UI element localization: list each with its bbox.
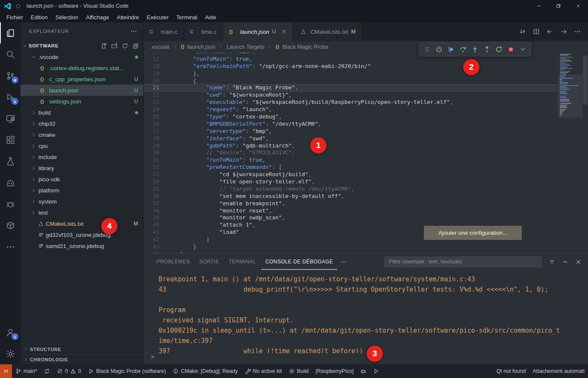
activity-additional-views[interactable] (0, 236, 21, 257)
tree-item-vscode[interactable]: .vscode (21, 51, 143, 62)
activity-testing[interactable] (0, 151, 21, 172)
activity-manage[interactable] (0, 343, 21, 364)
close-icon[interactable] (573, 257, 583, 266)
changes-icon[interactable] (517, 26, 528, 37)
debug-power-button[interactable] (433, 44, 445, 55)
debug-step-out-button[interactable] (481, 44, 493, 55)
tree-item-cmake[interactable]: cmake (21, 129, 143, 140)
debug-step-over-button[interactable] (457, 44, 469, 55)
activity-packages[interactable] (0, 215, 21, 236)
cmake-kit[interactable]: No active kit (241, 364, 285, 378)
debug-step-into-button[interactable] (469, 44, 481, 55)
menu-ex-cuter[interactable]: Exécuter (143, 13, 172, 21)
arrow-right-icon[interactable] (558, 26, 569, 37)
activity-remote-explorer[interactable] (0, 108, 21, 129)
tab-launch-json[interactable]: {}launch.jsonU (223, 22, 293, 41)
collapse-all-icon[interactable] (131, 41, 140, 50)
split-icon[interactable] (531, 26, 542, 37)
tab-time-c[interactable]: Ctime.c (184, 22, 223, 41)
remote-indicator[interactable] (0, 364, 12, 378)
debug-launch-target[interactable]: Black Magic Probe (software) (85, 364, 169, 378)
debug-restart-button[interactable] (493, 44, 505, 55)
menu-aide[interactable]: Aide (201, 13, 220, 21)
debug-chevron-down-button[interactable] (517, 44, 529, 55)
chevron-up-icon[interactable] (560, 257, 570, 266)
tree-item-samd21-ozone-jdebug[interactable]: samd21_ozone.jdebug (21, 240, 143, 251)
debug-continue-button[interactable] (445, 44, 457, 55)
close-button[interactable] (568, 0, 588, 12)
auto-attach[interactable]: Attachement automati (529, 364, 588, 378)
tree-item-cortex-debug-registers-stat[interactable]: {}.cortex-debug.registers.stat... (21, 62, 143, 74)
section-structure[interactable]: STRUCTURE (21, 344, 143, 354)
editor-scrollbar[interactable] (582, 52, 588, 253)
code-editor[interactable]: 16 "interface": "swd",17 "runToMain": tr… (144, 52, 588, 253)
debug-console-output[interactable]: Breakpoint 1, main () at /mnt/data/git/o… (144, 270, 588, 353)
cmake-target[interactable]: [RaspberryPico] (312, 364, 357, 378)
activity-extensions[interactable] (0, 129, 21, 151)
cmake-build[interactable]: Build (285, 364, 312, 378)
menu-s-lection[interactable]: Sélection (52, 13, 82, 21)
menu-atteindre[interactable]: Atteindre (113, 13, 143, 21)
section-chronologie[interactable]: CHRONOLOGIE (21, 354, 143, 364)
minimize-button[interactable] (529, 0, 549, 12)
breadcrumb-item[interactable]: Launch Targets (226, 44, 265, 50)
explorer-more-icon[interactable] (130, 28, 137, 35)
tree-item-cmakelists-txt[interactable]: CMakeLists.txtM (21, 218, 143, 229)
panel-tab-probl-mes[interactable]: PROBLÈMES (152, 254, 194, 270)
activity-accounts[interactable]: 1 (0, 322, 21, 343)
arrow-left-icon[interactable] (544, 26, 556, 37)
tree-item-gd32vf103-ozone-jdebug[interactable]: gd32vf103_ozone.jdebug (21, 229, 143, 240)
tree-item-c-cpp-properties-json[interactable]: {}c_cpp_properties.jsonU (21, 74, 143, 85)
menu-affichage[interactable]: Affichage (82, 13, 113, 21)
tree-item-platform[interactable]: platform (21, 185, 143, 196)
tree-item-cpu[interactable]: cpu (21, 140, 143, 151)
console-filter-input[interactable] (385, 257, 542, 267)
sync-changes[interactable] (41, 364, 53, 378)
activity-explorer[interactable] (0, 22, 21, 44)
tree-item-system[interactable]: system (21, 196, 143, 207)
debug-toolbar-gripper[interactable] (421, 44, 433, 55)
tree-item-build[interactable]: build (21, 107, 143, 118)
qt-status[interactable]: Qt not found (493, 364, 529, 378)
console-prompt[interactable]: > (144, 353, 588, 364)
debug-icon-item[interactable] (357, 364, 370, 378)
breadcrumb-item[interactable]: launch.json (187, 44, 215, 50)
tree-item-test[interactable]: test (21, 207, 143, 218)
activity-search[interactable] (0, 44, 21, 65)
menu-fichier[interactable]: Fichier (3, 13, 27, 21)
restore-button[interactable] (549, 0, 568, 12)
activity-run-and-debug[interactable]: 1 (0, 86, 21, 108)
tab-cmakelists-txt[interactable]: CMakeLists.txtM (293, 22, 362, 41)
tree-item-pico-sdk[interactable]: pico-sdk (21, 174, 143, 185)
problems[interactable]: 00 (53, 364, 85, 378)
panel-tab-sortie[interactable]: SORTIE (195, 254, 223, 270)
refresh-icon[interactable] (121, 41, 129, 50)
new-file-icon[interactable] (99, 41, 108, 50)
tree-item-settings-json[interactable]: {}settings.jsonU (21, 96, 143, 107)
activity-platformio[interactable] (0, 172, 21, 193)
git-branch[interactable]: main* (12, 364, 41, 378)
run-icon-item[interactable] (370, 364, 382, 378)
add-configuration-button[interactable]: Ajouter une configuration... (424, 226, 522, 240)
minimap-slider[interactable] (558, 74, 582, 118)
new-folder-icon[interactable] (110, 41, 118, 50)
cmake-status[interactable]: CMake: [Debug]: Ready (169, 364, 241, 378)
breadcrumb-item[interactable]: Black Magic Probe (282, 44, 328, 50)
ellipsis-icon[interactable] (341, 259, 347, 265)
tree-item-chip32[interactable]: chip32 (21, 118, 143, 129)
tab-main-c[interactable]: Cmain.c (144, 22, 184, 41)
menu-edition[interactable]: Edition (27, 13, 52, 21)
tree-item-launch-json[interactable]: {}launch.jsonU (21, 85, 143, 96)
scrollbar-thumb[interactable] (583, 56, 588, 105)
minimap[interactable] (558, 54, 582, 253)
activity-debug-adapter[interactable] (0, 193, 21, 215)
breadcrumb-item[interactable]: .vscode (150, 44, 170, 50)
tree-item-include[interactable]: include (21, 151, 143, 162)
tree-item-library[interactable]: library (21, 162, 143, 174)
close-icon[interactable] (281, 29, 287, 35)
section-header-software[interactable]: SOFTWARE (21, 40, 143, 51)
panel-tab-terminal[interactable]: TERMINAL (224, 254, 260, 270)
debug-stop-button[interactable] (505, 44, 517, 55)
activity-source-control[interactable]: 9 (0, 65, 21, 86)
filter-lines-icon[interactable] (547, 257, 556, 266)
